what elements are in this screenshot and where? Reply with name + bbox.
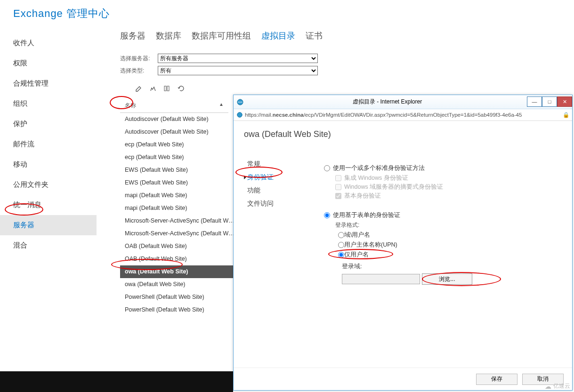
reset-icon[interactable] [148,84,158,93]
close-button[interactable]: ✕ [557,96,572,107]
dialog-title: owa (Default Web Site) [244,129,331,139]
logon-domain-input[interactable] [342,274,420,284]
list-item[interactable]: ecp (Default Web Site) [120,138,240,151]
radio-forms-auth[interactable] [324,212,330,218]
type-filter-label: 选择类型: [120,67,158,75]
ie-titlebar[interactable]: 虚拟目录 - Internet Explorer — □ ✕ [234,95,572,109]
radio-upn[interactable] [338,242,344,248]
toolbar [120,84,569,93]
edit-icon[interactable] [134,84,144,93]
ie-logo-icon [236,112,243,118]
digest-label: Windows 域服务器的摘要式身份验证 [344,183,443,191]
dnav-general[interactable]: 常规 [244,158,324,171]
nav-recipients[interactable]: 收件人 [0,33,97,53]
type-filter-select[interactable]: 所有 [158,66,318,75]
ie-window-title: 虚拟目录 - Internet Explorer [248,98,527,106]
logon-domain-label: 登录域: [342,263,362,271]
content-tabs: 服务器 数据库 数据库可用性组 虚拟目录 证书 [120,30,569,41]
sort-arrow-icon: ▲ [219,102,224,110]
list-item[interactable]: OAB (Default Web Site) [120,240,240,253]
dialog-nav: 常规 身份验证 功能 文件访问 [244,131,324,366]
list-item[interactable]: EWS (Default Web Site) [120,176,240,189]
nav-protection[interactable]: 保护 [0,114,97,134]
iwa-label: 集成 Windows 身份验证 [344,174,408,182]
basic-label: 基本身份验证 [344,192,381,200]
list-item[interactable]: Autodiscover (Default Web Site) [120,113,240,126]
nav-hybrid[interactable]: 混合 [0,235,97,256]
list-header[interactable]: 名称 ▲ [120,99,228,113]
url-text: https://mail.necse.china/ecp/VDirMgmt/Ed… [245,112,522,118]
tab-servers[interactable]: 服务器 [120,30,146,41]
list-item[interactable]: OAB (Default Web Site) [120,253,240,265]
list-item[interactable]: PowerShell (Default Web Site) [120,291,240,304]
page-title: Exchange 管理中心 [0,0,574,21]
svg-rect-0 [164,86,166,91]
radio-useronly[interactable] [338,252,344,258]
tab-databases[interactable]: 数据库 [156,30,181,41]
nav-publicfolders[interactable]: 公用文件夹 [0,175,97,195]
nav-unifiedmsg[interactable]: 统一消息 [0,195,97,215]
tab-vdirs[interactable]: 虚拟目录 [261,30,295,41]
left-nav: 收件人 权限 合规性管理 组织 保护 邮件流 移动 公用文件夹 统一消息 服务器… [0,30,97,369]
tab-dag[interactable]: 数据库可用性组 [192,30,251,41]
chk-basic [335,193,341,199]
ie-address-bar[interactable]: https://mail.necse.china/ecp/VDirMgmt/Ed… [234,109,572,121]
nav-permissions[interactable]: 权限 [0,53,97,73]
list-item[interactable]: mapi (Default Web Site) [120,189,240,202]
nav-servers[interactable]: 服务器 [0,215,97,235]
col-name: 名称 [125,102,136,110]
list-item[interactable]: Microsoft-Server-ActiveSync (Default We.… [120,215,240,227]
nav-organization[interactable]: 组织 [0,94,97,114]
watermark-icon: ☁ [545,383,551,390]
forms-auth-label: 使用基于表单的身份验证 [333,211,400,219]
columns-icon[interactable] [162,84,172,93]
list-item[interactable]: ecp (Default Web Site) [120,151,240,164]
list-item[interactable]: mapi (Default Web Site) [120,202,240,215]
nav-mailflow[interactable]: 邮件流 [0,134,97,154]
maximize-button[interactable]: □ [542,96,557,107]
watermark-text: 亿速云 [553,382,570,390]
list-item[interactable]: owa (Default Web Site) [120,265,240,278]
login-format-label: 登录格式: [335,221,562,229]
server-filter-select[interactable]: 所有服务器 [158,54,318,63]
vdir-list: Autodiscover (Default Web Site) Autodisc… [120,113,240,316]
dnav-auth[interactable]: 身份验证 [244,171,324,184]
list-item[interactable]: Autodiscover (Default Web Site) [120,126,240,138]
page-footer-black [0,371,233,392]
refresh-icon[interactable] [177,84,186,93]
ie-popup-window: 虚拟目录 - Internet Explorer — □ ✕ https://m… [233,95,573,391]
server-filter-label: 选择服务器: [120,55,158,63]
dnav-features[interactable]: 功能 [244,184,324,197]
lock-icon: 🔒 [563,112,569,118]
list-item[interactable]: EWS (Default Web Site) [120,164,240,176]
radio-standard-auth[interactable] [324,165,330,171]
nav-mobile[interactable]: 移动 [0,154,97,175]
save-button[interactable]: 保存 [476,374,517,385]
svg-rect-1 [167,86,169,91]
dialog-footer: 保存 取消 [234,368,572,390]
list-item[interactable]: owa (Default Web Site) [120,278,240,291]
watermark: ☁ 亿速云 [545,382,570,390]
dnav-fileaccess[interactable]: 文件访问 [244,197,324,210]
upn-label: 用户主体名称(UPN) [344,241,397,249]
minimize-button[interactable]: — [527,96,542,107]
svg-point-3 [237,112,243,118]
nav-compliance[interactable]: 合规性管理 [0,73,97,94]
useronly-label: 仅用户名 [344,251,369,259]
browse-button[interactable]: 浏览... [422,273,472,285]
tab-certs[interactable]: 证书 [306,30,323,41]
ie-logo-icon [236,98,244,106]
chk-iwa [335,175,341,181]
domainuser-label: 域\用户名 [344,231,370,239]
list-item[interactable]: Microsoft-Server-ActiveSync (Default We.… [120,227,240,240]
list-item[interactable]: PowerShell (Default Web Site) [120,304,240,316]
standard-auth-label: 使用一个或多个标准身份验证方法 [333,164,425,172]
chk-digest [335,184,341,190]
radio-domainuser[interactable] [338,232,344,238]
dialog-content: 使用一个或多个标准身份验证方法 集成 Windows 身份验证 Windows … [324,131,562,366]
